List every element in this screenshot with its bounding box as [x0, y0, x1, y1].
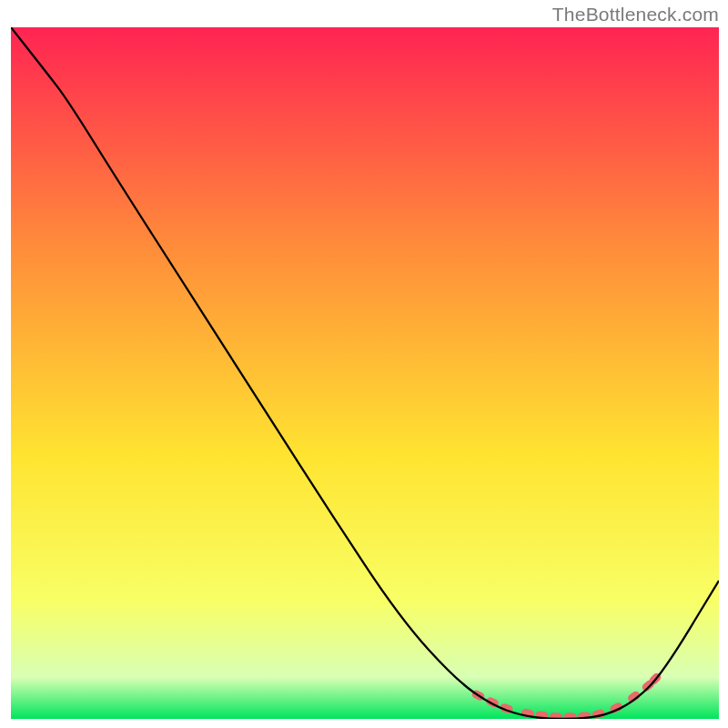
- chart-root: TheBottleneck.com: [0, 0, 728, 728]
- plot-area: [11, 27, 719, 719]
- watermark-text: TheBottleneck.com: [552, 4, 719, 25]
- gradient-background: [11, 27, 719, 719]
- chart-svg: [11, 27, 719, 719]
